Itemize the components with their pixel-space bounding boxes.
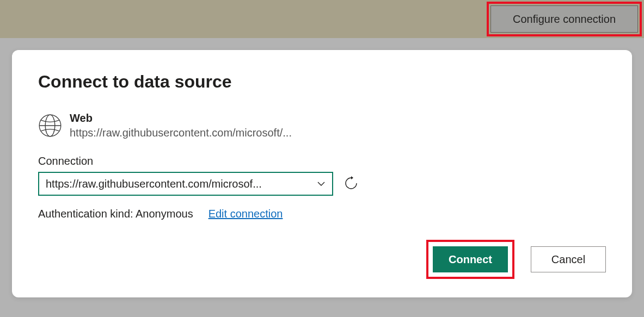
refresh-button[interactable] bbox=[343, 176, 359, 192]
connect-dialog: Connect to data source Web https://raw.g… bbox=[12, 50, 632, 297]
connect-button[interactable]: Connect bbox=[433, 246, 508, 272]
edit-connection-link[interactable]: Edit connection bbox=[208, 208, 283, 220]
configure-connection-button[interactable]: Configure connection bbox=[490, 5, 638, 33]
connect-button-label: Connect bbox=[449, 253, 492, 266]
globe-icon bbox=[38, 114, 62, 138]
data-source-info: Web https://raw.githubusercontent.com/mi… bbox=[70, 111, 292, 141]
configure-connection-label: Configure connection bbox=[513, 13, 616, 26]
dialog-button-row: Connect Cancel bbox=[38, 240, 606, 279]
cancel-button[interactable]: Cancel bbox=[531, 246, 606, 272]
connection-field-label: Connection bbox=[38, 155, 606, 167]
connect-highlight-box: Connect bbox=[426, 240, 514, 279]
dialog-title: Connect to data source bbox=[38, 72, 606, 92]
source-type-label: Web bbox=[70, 111, 292, 125]
cancel-button-label: Cancel bbox=[551, 253, 585, 266]
connection-row: https://raw.githubusercontent.com/micros… bbox=[38, 172, 606, 196]
authentication-kind-text: Authentication kind: Anonymous bbox=[38, 208, 193, 220]
connection-selected-value: https://raw.githubusercontent.com/micros… bbox=[46, 178, 262, 190]
data-source-row: Web https://raw.githubusercontent.com/mi… bbox=[38, 111, 606, 141]
authentication-row: Authentication kind: Anonymous Edit conn… bbox=[38, 208, 606, 220]
top-bar: Configure connection bbox=[0, 0, 644, 38]
connection-dropdown[interactable]: https://raw.githubusercontent.com/micros… bbox=[38, 172, 333, 196]
chevron-down-icon bbox=[316, 178, 327, 189]
source-url-text: https://raw.githubusercontent.com/micros… bbox=[70, 125, 292, 141]
refresh-icon bbox=[344, 176, 358, 192]
